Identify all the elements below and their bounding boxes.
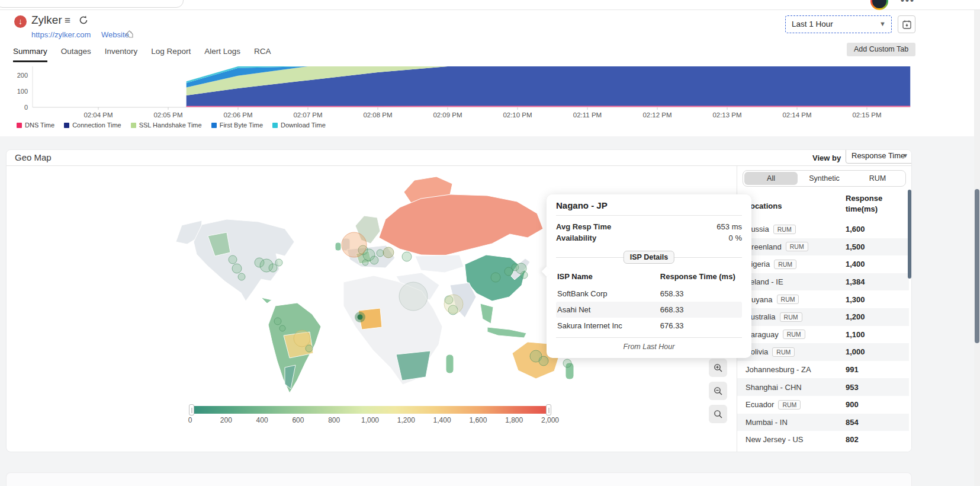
- address-bar-stub[interactable]: [0, 0, 184, 8]
- rum-badge: RUM: [773, 225, 796, 234]
- location-name: Johannesburg - ZA: [746, 365, 811, 374]
- scale-min-handle[interactable]: [189, 404, 194, 415]
- rum-badge: RUM: [778, 400, 801, 410]
- locations-panel: AllSyntheticRUM Locations Response time(…: [737, 166, 912, 452]
- panel-tab-all[interactable]: All: [744, 172, 798, 185]
- location-response-time: 1,100: [846, 330, 865, 339]
- x-tick-label: 02:06 PM: [223, 111, 252, 119]
- stacked-area-chart[interactable]: 02:04 PM02:05 PM02:06 PM02:07 PM02:08 PM…: [0, 63, 980, 122]
- panel-tab-synthetic[interactable]: Synthetic: [798, 172, 851, 185]
- legend-item-dns-time[interactable]: DNS Time: [17, 122, 54, 129]
- scale-tick: 2,000: [541, 416, 559, 424]
- panel-scrollbar-thumb[interactable]: [908, 190, 911, 279]
- location-row-ecuador[interactable]: EcuadorRUM900: [737, 396, 909, 414]
- locations-list[interactable]: RussiaRUM1,600GreenlandRUM1,500NigeriaRU…: [737, 220, 909, 452]
- isp-table-row: SoftBank Corp658.33: [556, 286, 742, 302]
- view-by-value: Response Time: [852, 151, 905, 160]
- tag-icon[interactable]: [125, 30, 134, 41]
- legend-item-download-time[interactable]: Download Time: [272, 122, 326, 129]
- location-row-nigeria[interactable]: NigeriaRUM1,400: [737, 255, 909, 273]
- location-row-guyana[interactable]: GuyanaRUM1,300: [737, 290, 909, 308]
- map-zoom-in-button[interactable]: [709, 359, 727, 377]
- response-time-column-header: Response time(ms): [846, 193, 905, 215]
- tab-alert-logs[interactable]: Alert Logs: [204, 47, 240, 62]
- location-row-bolivia[interactable]: BoliviaRUM1,000: [737, 343, 909, 361]
- refresh-icon[interactable]: [79, 15, 88, 27]
- location-response-time: 1,200: [846, 312, 865, 321]
- custom-period-button[interactable]: [898, 15, 915, 33]
- scale-tick: 200: [220, 416, 232, 424]
- rum-badge: RUM: [783, 330, 805, 339]
- hamburger-menu-icon[interactable]: ≡: [65, 15, 70, 27]
- scale-max-handle[interactable]: [546, 404, 551, 415]
- location-response-time: 900: [846, 400, 859, 409]
- add-custom-tab-button[interactable]: Add Custom Tab: [847, 43, 915, 56]
- location-row-greenland[interactable]: GreenlandRUM1,500: [737, 238, 909, 256]
- view-by-select[interactable]: Response Time ▼: [846, 149, 912, 164]
- location-row-ireland-ie[interactable]: Ireland - IE1,384: [737, 273, 909, 291]
- tab-outages[interactable]: Outages: [61, 47, 91, 62]
- isp-table-row: Sakura Internet Inc676.33: [556, 318, 742, 334]
- location-row-shanghai-chn[interactable]: Shanghai - CHN953: [737, 378, 909, 396]
- tab-summary[interactable]: Summary: [13, 47, 47, 62]
- location-row-johannesburg-za[interactable]: Johannesburg - ZA991: [737, 361, 909, 379]
- rum-badge: RUM: [777, 295, 799, 304]
- rum-badge: RUM: [772, 347, 795, 357]
- monitor-header: ↓ Zylker ≡ https://zylker.com Website Su…: [0, 10, 980, 65]
- location-row-paraguay[interactable]: ParaguayRUM1,100: [737, 326, 909, 344]
- x-tick-label: 02:09 PM: [433, 111, 462, 119]
- panel-tab-rum[interactable]: RUM: [851, 172, 904, 185]
- isp-response-time: 668.33: [660, 305, 742, 314]
- tab-log-report[interactable]: Log Report: [151, 47, 191, 62]
- chart-legend: DNS TimeConnection TimeSSL Handshake Tim…: [17, 122, 326, 129]
- legend-label: DNS Time: [25, 122, 54, 129]
- legend-swatch: [131, 123, 136, 128]
- scale-tick: 400: [256, 416, 268, 424]
- location-response-time: 854: [846, 418, 859, 427]
- location-row-new-jersey-us[interactable]: New Jersey - US802: [737, 431, 909, 449]
- location-name: Mumbai - IN: [746, 418, 788, 427]
- page-scrollbar[interactable]: [974, 10, 980, 486]
- scale-tick: 1,400: [433, 416, 451, 424]
- page-scrollbar-thumb[interactable]: [975, 189, 979, 343]
- location-name: Shanghai - CHN: [746, 383, 802, 392]
- x-tick-label: 02:10 PM: [503, 111, 532, 119]
- isp-name: Asahi Net: [556, 305, 660, 314]
- scale-tick: 1,600: [469, 416, 487, 424]
- time-range-select[interactable]: Last 1 Hour ▼: [785, 15, 892, 33]
- isp-name-header: ISP Name: [556, 272, 660, 281]
- tooltip-location-title: Nagano - JP: [556, 200, 742, 216]
- dashboard-root: ••• ↓ Zylker ≡ https://zylker.com Websit…: [0, 0, 980, 486]
- tab-rca[interactable]: RCA: [254, 47, 271, 62]
- x-tick-label: 02:08 PM: [363, 111, 392, 119]
- rum-badge: RUM: [780, 312, 802, 322]
- tab-inventory[interactable]: Inventory: [105, 47, 138, 62]
- monitor-url-link[interactable]: https://zylker.com: [31, 30, 91, 39]
- isp-name: Sakura Internet Inc: [556, 321, 660, 330]
- location-row-mumbai-in[interactable]: Mumbai - IN854: [737, 414, 909, 431]
- geo-map-title: Geo Map: [15, 152, 52, 162]
- x-tick-label: 02:11 PM: [573, 111, 602, 119]
- scale-tick: 600: [292, 416, 304, 424]
- monitor-tabs: SummaryOutagesInventoryLog ReportAlert L…: [13, 47, 271, 62]
- next-section-card: [6, 472, 912, 486]
- location-response-time: 1,300: [846, 295, 865, 304]
- isp-resp-header: Response Time (ms): [660, 272, 742, 281]
- map-zoom-out-button[interactable]: [709, 382, 727, 400]
- isp-details-chip: ISP Details: [624, 251, 674, 264]
- tooltip-metrics: Avg Resp Time653 msAvailability0 %: [556, 216, 742, 250]
- user-avatar[interactable]: [870, 0, 888, 10]
- browser-more-icon[interactable]: •••: [901, 0, 915, 7]
- location-row-australia[interactable]: AustraliaRUM1,200: [737, 308, 909, 326]
- rum-badge: RUM: [774, 260, 796, 269]
- legend-item-ssl-handshake-time[interactable]: SSL Handshake Time: [131, 122, 202, 129]
- map-zoom-reset-button[interactable]: [709, 405, 727, 423]
- legend-label: Connection Time: [72, 122, 121, 129]
- legend-item-connection-time[interactable]: Connection Time: [64, 122, 121, 129]
- legend-item-first-byte-time[interactable]: First Byte Time: [211, 122, 263, 129]
- location-name: New Jersey - US: [746, 435, 804, 444]
- location-row-russia[interactable]: RussiaRUM1,600: [737, 220, 909, 238]
- location-response-time: 991: [846, 365, 859, 374]
- chevron-down-icon: ▼: [879, 16, 886, 32]
- x-tick-label: 02:07 PM: [293, 111, 322, 119]
